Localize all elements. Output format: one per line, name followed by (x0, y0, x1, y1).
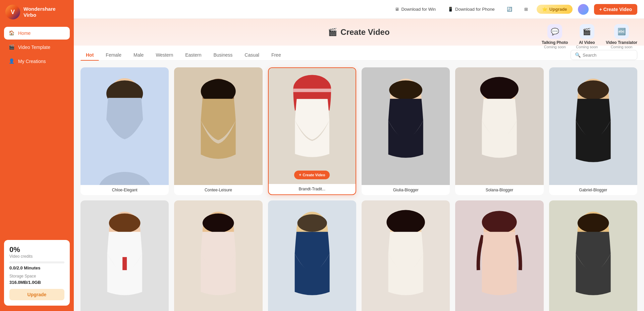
avatar-card-r3c2[interactable]: VIP (549, 200, 637, 311)
sidebar-item-video-template[interactable]: 🎬 Video Template (4, 41, 70, 54)
svg-point-15 (109, 213, 141, 233)
avatar-image-r3c1 (455, 200, 543, 311)
search-input[interactable] (583, 53, 633, 58)
upgrade-topbar-button[interactable]: ⭐ Upgrade (537, 5, 573, 14)
sidebar: V WondershareVirbo 🏠 Home 🎬 Video Templa… (0, 0, 74, 311)
talking-photo-label: Talking Photo (542, 40, 568, 45)
home-icon: 🏠 (9, 30, 15, 36)
svg-rect-7 (293, 88, 331, 92)
tab-eastern[interactable]: Eastern (180, 50, 207, 60)
avatar-card-gabriel[interactable]: Gabriel-Blogger (549, 67, 637, 195)
svg-rect-16 (122, 257, 127, 270)
ai-video-label: AI Video (576, 40, 598, 45)
avatar-card-contee[interactable]: Contee-Leisure (174, 67, 262, 195)
svg-point-11 (480, 77, 519, 102)
avatar-card-r3c1[interactable] (455, 200, 543, 311)
history-icon: 🔄 (507, 7, 512, 12)
phone-icon: 📱 (448, 7, 453, 12)
avatar-card-solana[interactable]: Solana-Blogger (455, 67, 543, 195)
video-translator-icon-box: 🔤 (614, 24, 629, 39)
monitor-icon: 🖥 (395, 7, 399, 12)
tab-male[interactable]: Male (128, 50, 149, 60)
credits-label: Video credits (9, 254, 64, 259)
avatar-grid: Chloe-Elegant Contee-Leisure (80, 67, 637, 311)
avatar-image-gabriel (549, 67, 637, 185)
grid-button[interactable]: ⊞ (521, 5, 531, 14)
tab-western[interactable]: Western (150, 50, 178, 60)
grid-icon: ⊞ (524, 7, 528, 12)
banner-emoji: 🎬 (328, 28, 337, 37)
download-win-button[interactable]: 🖥 Download for Win (391, 5, 439, 14)
credits-panel: 0% Video credits 0.0/2.0 Minutes Storage… (4, 240, 70, 306)
sidebar-item-home[interactable]: 🏠 Home (4, 27, 70, 40)
svg-point-20 (297, 214, 327, 232)
svg-point-26 (578, 213, 609, 233)
talking-photo-icon-box: 💬 (547, 24, 562, 39)
svg-point-22 (386, 210, 425, 235)
upgrade-sidebar-button[interactable]: Upgrade (9, 289, 64, 300)
avatar-name-brandt: Brandt-Tradit... (269, 184, 356, 194)
avatar-image-brandt (269, 68, 356, 184)
avatar-card-giulia[interactable]: Giulia-Blogger (362, 67, 450, 195)
logo-icon: V (5, 5, 20, 19)
avatar-card-pierre[interactable]: Pierre-Casual (268, 200, 356, 311)
app-name: WondershareVirbo (23, 6, 56, 18)
create-video-overlay-button[interactable]: + Create Video (294, 171, 330, 179)
storage-text: 316.0MB/1.0GB (9, 280, 64, 285)
avatar-card-lilei[interactable]: Li Lei-Blogger (174, 200, 262, 311)
download-phone-button[interactable]: 📱 Download for Phone (444, 5, 498, 14)
history-button[interactable]: 🔄 (503, 5, 516, 14)
credits-percent: 0% (9, 245, 64, 254)
avatar-card-brandt[interactable]: + Create Video 🖥 Landscape(16:9) 📱 P (268, 67, 356, 195)
ai-video-sublabel: Coming soon (576, 45, 598, 49)
banner-title: Create Video (340, 27, 389, 37)
tab-casual[interactable]: Casual (239, 50, 265, 60)
talking-photo-icon: 💬 (551, 27, 559, 36)
my-creations-icon: 👤 (9, 58, 15, 64)
search-icon: 🔍 (575, 52, 581, 58)
ai-video-icon-box: 🎬 (580, 24, 594, 39)
avatar-grid-area: Chloe-Elegant Contee-Leisure (74, 61, 644, 311)
feature-video-translator[interactable]: 🔤 Video Translator Coming soon (606, 24, 637, 49)
feature-talking-photo[interactable]: 💬 Talking Photo Coming soon (542, 24, 568, 49)
avatar-image-pierre (268, 200, 356, 311)
avatar-name-solana: Solana-Blogger (455, 185, 543, 195)
star-icon: ⭐ (542, 7, 547, 12)
talking-photo-sublabel: Coming soon (542, 45, 568, 49)
credits-progress-bar (9, 261, 64, 263)
tab-business[interactable]: Business (208, 50, 238, 60)
sidebar-item-my-creations[interactable]: 👤 My Creations (4, 55, 70, 68)
svg-point-13 (578, 80, 609, 100)
avatar-card-chloe[interactable]: Chloe-Elegant (80, 67, 169, 195)
tabs-list: Hot Female Male Western Eastern Business… (80, 50, 286, 60)
minutes-text: 0.0/2.0 Minutes (9, 265, 64, 270)
sidebar-item-video-template-label: Video Template (18, 45, 50, 50)
video-translator-label: Video Translator (606, 40, 637, 45)
tab-female[interactable]: Female (100, 50, 127, 60)
user-avatar[interactable] (578, 4, 589, 15)
avatar-card-ruby[interactable]: Ruby-Games (80, 200, 169, 311)
content-wrapper: 💬 Talking Photo Coming soon 🎬 AI Video C… (74, 19, 644, 311)
scrollable-content: 🎬 Create Video Hot Female Male Western E… (74, 19, 644, 311)
avatar-card-amber[interactable]: Amber – Fashion (362, 200, 450, 311)
sidebar-item-my-creations-label: My Creations (18, 59, 46, 64)
avatar-image-contee (174, 67, 262, 185)
avatar-name-gabriel: Gabriel-Blogger (549, 185, 637, 195)
main-content: 🖥 Download for Win 📱 Download for Phone … (74, 0, 644, 311)
video-translator-sublabel: Coming soon (606, 45, 637, 49)
svg-point-18 (203, 213, 234, 233)
tab-free[interactable]: Free (266, 50, 286, 60)
video-template-icon: 🎬 (9, 44, 15, 50)
create-video-topbar-button[interactable]: + Create Video (594, 4, 637, 15)
tab-hot[interactable]: Hot (80, 50, 99, 60)
svg-point-9 (389, 80, 422, 100)
svg-point-24 (482, 211, 517, 234)
feature-ai-video[interactable]: 🎬 AI Video Coming soon (576, 24, 598, 49)
search-box: 🔍 (571, 50, 637, 60)
avatar-image-r3c2 (549, 200, 637, 311)
svg-point-2 (99, 172, 151, 185)
avatar-image-giulia (362, 67, 450, 185)
app-logo: V WondershareVirbo (0, 0, 74, 24)
avatar-image-ruby (80, 200, 169, 311)
avatar-image-lilei (174, 200, 262, 311)
